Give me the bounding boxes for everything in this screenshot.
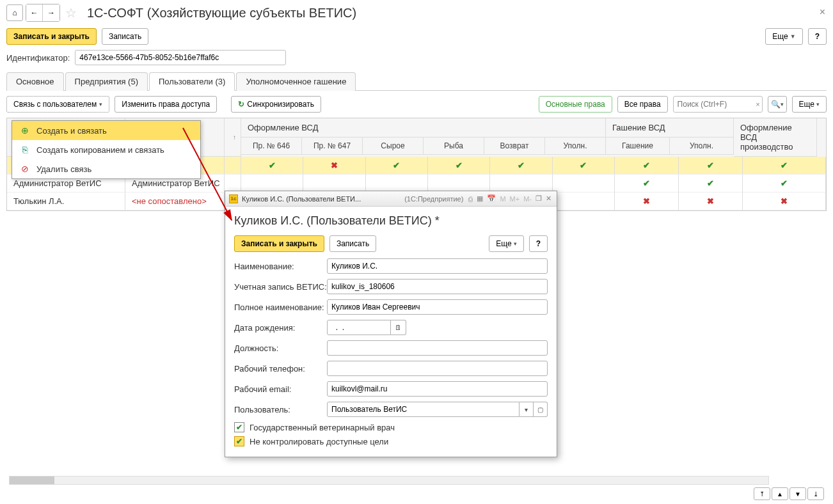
label-position: Должность:	[234, 343, 327, 353]
horizontal-scrollbar[interactable]	[9, 476, 769, 485]
cell-raw	[366, 175, 428, 193]
cell-upoln2: ✔	[679, 157, 743, 175]
scrollbar-thumb[interactable]	[10, 476, 54, 484]
modal-more-button[interactable]: Еще ▾	[489, 235, 523, 252]
cell-pr646	[241, 175, 303, 193]
th-upoln2[interactable]: Уполн.	[670, 138, 734, 155]
check-icon: ✔	[707, 161, 714, 170]
input-email[interactable]	[327, 381, 548, 397]
open-icon: ▢	[537, 406, 543, 413]
sync-button[interactable]: ↻ Синхронизировать	[231, 96, 321, 113]
link-user-dropdown[interactable]: Связь с пользователем ▾	[6, 96, 109, 113]
calendar-icon[interactable]: 📅	[486, 194, 497, 203]
window-subtitle: (1С:Предприятие)	[404, 195, 463, 203]
label-account: Учетная запись ВЕТИС:	[234, 282, 327, 292]
search-icon: 🔍	[771, 100, 781, 109]
help-button[interactable]: ?	[808, 28, 827, 45]
input-user[interactable]	[327, 402, 520, 417]
checkbox-row-gov-vet[interactable]: ✔ Государственный ветеринарный врач	[234, 422, 548, 432]
main-rights-button[interactable]: Основные права	[539, 96, 612, 113]
change-rights-button[interactable]: Изменить права доступа	[115, 96, 217, 113]
calc-icon[interactable]: ▦	[475, 194, 484, 203]
search-input[interactable]	[673, 96, 763, 113]
save-button[interactable]: Записать	[102, 28, 148, 45]
chevron-down-icon: ▾	[816, 101, 820, 107]
input-phone[interactable]	[327, 361, 548, 376]
combo-dropdown-button[interactable]: ▾	[520, 402, 534, 417]
menu-create-link[interactable]: ⊕ Создать и связать	[12, 121, 200, 140]
save-and-close-button[interactable]: Записать и закрыть	[6, 28, 97, 45]
identifier-label: Идентификатор:	[6, 53, 70, 63]
checkbox-row-no-control[interactable]: ✔ Не контролировать доступные цели	[234, 436, 548, 446]
home-button[interactable]: ⌂	[6, 4, 23, 21]
label-fullname: Полное наименование:	[234, 303, 327, 312]
scroll-top-button[interactable]: ⤒	[754, 487, 770, 500]
search-button[interactable]: 🔍 ▾	[768, 96, 787, 113]
m-minus-icon[interactable]: M-	[522, 195, 533, 203]
search-clear-icon[interactable]: ×	[756, 100, 759, 108]
modal-save-close-button[interactable]: Записать и закрыть	[234, 235, 324, 252]
menu-unlink[interactable]: ⊘ Удалить связь	[12, 159, 200, 178]
arrow-right-icon: →	[47, 8, 55, 17]
th-raw[interactable]: Сырое	[363, 138, 424, 155]
sync-label: Синхронизировать	[247, 100, 314, 109]
all-rights-button[interactable]: Все права	[617, 96, 668, 113]
modal-help-button[interactable]: ?	[529, 235, 548, 252]
cell-prod: ✔	[743, 175, 826, 193]
date-picker-button[interactable]: 🗓	[391, 320, 406, 335]
th-fish[interactable]: Рыба	[424, 138, 484, 155]
scroll-up-button[interactable]: ▲	[772, 487, 788, 500]
cell-return	[490, 175, 552, 193]
tab-users[interactable]: Пользователи (3)	[149, 72, 235, 91]
th-oform-vsd[interactable]: Оформление ВСД	[241, 118, 606, 138]
th-pr647[interactable]: Пр. № 647	[302, 138, 363, 155]
chevron-down-icon: ▼	[790, 33, 796, 40]
toolbar-more-button[interactable]: Еще ▾	[792, 96, 827, 113]
m-plus-icon[interactable]: M+	[509, 195, 521, 203]
cross-icon: ✖	[781, 196, 788, 206]
cell-name: Тюлькин Л.А.	[7, 193, 125, 210]
menu-copy-link[interactable]: ⎘ Создать копированием и связать	[12, 140, 200, 159]
scroll-bottom-button[interactable]: ⤓	[807, 487, 824, 500]
sync-icon: ↻	[238, 100, 244, 109]
cell-fish	[428, 175, 490, 193]
th-pr646[interactable]: Пр. № 646	[241, 138, 302, 155]
tab-auth-redemption[interactable]: Уполномоченное гашение	[236, 72, 356, 91]
tab-main[interactable]: Основное	[6, 72, 64, 91]
print-icon[interactable]: ⎙	[467, 195, 474, 203]
th-gash-vsd[interactable]: Гашение ВСД	[606, 118, 734, 138]
th-upoln[interactable]: Уполн.	[545, 138, 606, 155]
th-return[interactable]: Возврат	[484, 138, 545, 155]
identifier-input[interactable]	[75, 50, 286, 65]
window-restore-icon[interactable]: ❐	[534, 194, 543, 203]
more-button[interactable]: Еще ▼	[765, 28, 802, 45]
input-account[interactable]	[327, 279, 548, 294]
modal-save-button[interactable]: Записать	[329, 235, 376, 252]
input-fullname[interactable]	[327, 299, 548, 315]
th-oform-proizvod[interactable]: Оформление ВСД производство	[734, 118, 817, 157]
check-icon: ✔	[269, 161, 276, 170]
plus-circle-icon: ⊕	[20, 125, 30, 136]
scroll-down-button[interactable]: ▼	[789, 487, 806, 500]
input-name[interactable]	[327, 258, 548, 274]
combo-open-button[interactable]: ▢	[534, 402, 548, 417]
th-gash[interactable]: Гашение	[606, 138, 670, 155]
close-icon[interactable]: ×	[820, 6, 825, 18]
chevron-down-icon: ▾	[99, 101, 102, 107]
checkbox-icon: ✔	[234, 436, 244, 446]
nav-forward-button[interactable]: →	[43, 4, 60, 21]
input-position[interactable]	[327, 340, 548, 356]
m-icon[interactable]: M	[498, 195, 507, 203]
favorite-star-icon[interactable]: ☆	[65, 5, 77, 20]
more-label: Еще	[496, 239, 511, 248]
window-close-icon[interactable]: ✕	[544, 194, 553, 203]
arrow-left-icon: ←	[31, 8, 38, 17]
home-icon: ⌂	[12, 8, 17, 17]
cell-sort	[225, 175, 241, 193]
menu-label: Создать и связать	[36, 126, 107, 136]
input-dob[interactable]	[327, 320, 391, 335]
th-sort[interactable]: ↑	[225, 118, 241, 157]
nav-back-button[interactable]: ←	[26, 4, 43, 21]
tab-enterprises[interactable]: Предприятия (5)	[65, 72, 148, 91]
check-icon: ✔	[643, 178, 650, 188]
